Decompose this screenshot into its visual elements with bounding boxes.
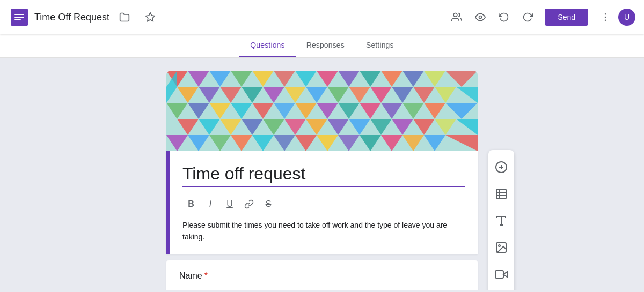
add-video-button[interactable] xyxy=(488,261,514,287)
bold-button[interactable]: B xyxy=(182,196,200,213)
right-toolbar xyxy=(488,150,514,290)
link-icon xyxy=(244,199,254,209)
move-to-folder-button[interactable] xyxy=(114,6,135,28)
underline-button[interactable]: U xyxy=(221,196,238,213)
tab-questions[interactable]: Questions xyxy=(239,34,295,57)
italic-button[interactable]: I xyxy=(202,196,219,213)
form-wrapper: B I U S Please submit the times you need… xyxy=(166,71,478,290)
video-icon xyxy=(495,268,508,281)
image-icon xyxy=(495,241,508,254)
redo-icon xyxy=(522,12,533,23)
title-icon xyxy=(495,214,508,227)
svg-point-93 xyxy=(499,245,500,246)
import-icon xyxy=(495,188,508,200)
forms-logo-icon xyxy=(11,9,28,26)
people-icon xyxy=(451,12,462,23)
send-button[interactable]: Send xyxy=(545,9,588,26)
import-questions-button[interactable] xyxy=(488,181,514,207)
svg-rect-86 xyxy=(496,189,506,199)
add-title-button[interactable] xyxy=(488,208,514,234)
add-image-button[interactable] xyxy=(488,235,514,260)
undo-icon xyxy=(499,12,509,23)
more-icon xyxy=(600,12,611,23)
topbar-left: Time Off Request xyxy=(9,6,446,28)
star-icon xyxy=(145,12,156,23)
svg-marker-94 xyxy=(503,272,507,277)
svg-point-7 xyxy=(605,13,606,15)
svg-rect-95 xyxy=(495,271,503,278)
svg-rect-3 xyxy=(14,19,21,20)
add-section-button[interactable] xyxy=(488,288,514,290)
svg-point-6 xyxy=(479,16,482,19)
svg-point-8 xyxy=(605,17,606,18)
star-button[interactable] xyxy=(140,6,161,28)
add-circle-icon xyxy=(495,161,508,174)
redo-button[interactable] xyxy=(517,6,538,28)
svg-marker-4 xyxy=(146,13,155,21)
topbar: Time Off Request xyxy=(0,0,644,34)
tab-settings[interactable]: Settings xyxy=(355,34,405,57)
preview-button[interactable] xyxy=(470,6,491,28)
form-title-card: B I U S Please submit the times you need… xyxy=(166,151,478,254)
eye-icon xyxy=(475,12,486,23)
content-area: B I U S Please submit the times you need… xyxy=(0,58,644,290)
undo-button[interactable] xyxy=(493,6,515,28)
svg-point-9 xyxy=(605,20,606,21)
question-label-name: Name * xyxy=(179,271,465,281)
add-collaborators-button[interactable] xyxy=(446,6,467,28)
svg-point-5 xyxy=(453,13,457,17)
tabs-bar: Questions Responses Settings xyxy=(0,34,644,58)
svg-rect-1 xyxy=(14,14,24,15)
folder-icon xyxy=(119,12,130,23)
link-button[interactable] xyxy=(240,196,258,213)
add-question-button[interactable] xyxy=(488,154,514,180)
form-banner xyxy=(166,71,478,151)
tab-responses[interactable]: Responses xyxy=(296,34,355,57)
app-icon xyxy=(9,6,30,28)
more-options-button[interactable] xyxy=(595,6,616,28)
app-title: Time Off Request xyxy=(34,12,109,23)
form-description: Please submit the times you need to take… xyxy=(182,219,465,243)
banner-image xyxy=(166,71,478,151)
name-answer-input[interactable] xyxy=(179,287,350,290)
avatar[interactable]: U xyxy=(618,9,635,26)
required-star-name: * xyxy=(204,271,208,281)
form-title-input[interactable] xyxy=(182,164,465,187)
formatting-toolbar: B I U S xyxy=(182,196,465,213)
question-card-name: Name * xyxy=(166,260,478,290)
topbar-actions: Send U xyxy=(446,6,635,28)
svg-rect-2 xyxy=(14,17,24,18)
strikethrough-button[interactable]: S xyxy=(260,196,277,213)
